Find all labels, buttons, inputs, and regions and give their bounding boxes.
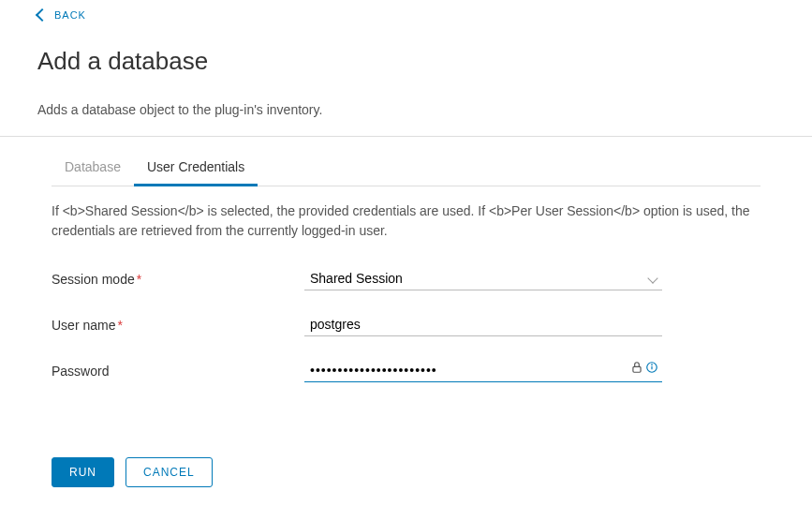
- session-mode-select[interactable]: [304, 267, 662, 290]
- tab-database[interactable]: Database: [52, 150, 134, 186]
- page-description: Adds a database object to the plug-in's …: [0, 85, 812, 136]
- user-name-input[interactable]: [304, 313, 662, 336]
- info-icon: [645, 361, 658, 374]
- page-title: Add a database: [0, 30, 812, 85]
- tab-help-text: If <b>Shared Session</b> is selected, th…: [52, 186, 760, 256]
- footer-actions: RUN CANCEL: [52, 457, 213, 487]
- session-mode-row: Session mode*: [52, 256, 760, 302]
- back-link[interactable]: BACK: [0, 0, 812, 30]
- svg-rect-0: [633, 366, 641, 372]
- password-input[interactable]: [304, 359, 662, 382]
- divider: [0, 136, 812, 137]
- tab-user-credentials[interactable]: User Credentials: [134, 150, 258, 186]
- user-name-row: User name*: [52, 302, 760, 348]
- password-row: Password: [52, 348, 760, 394]
- chevron-left-icon: [36, 8, 49, 22]
- lock-icon: [630, 361, 643, 374]
- run-button[interactable]: RUN: [52, 457, 114, 487]
- password-label: Password: [52, 364, 304, 379]
- back-label: BACK: [54, 9, 86, 21]
- user-name-label: User name*: [52, 318, 304, 333]
- session-mode-label: Session mode*: [52, 272, 304, 287]
- cancel-button[interactable]: CANCEL: [125, 457, 213, 487]
- tabs: Database User Credentials: [52, 150, 760, 186]
- svg-point-3: [652, 365, 653, 365]
